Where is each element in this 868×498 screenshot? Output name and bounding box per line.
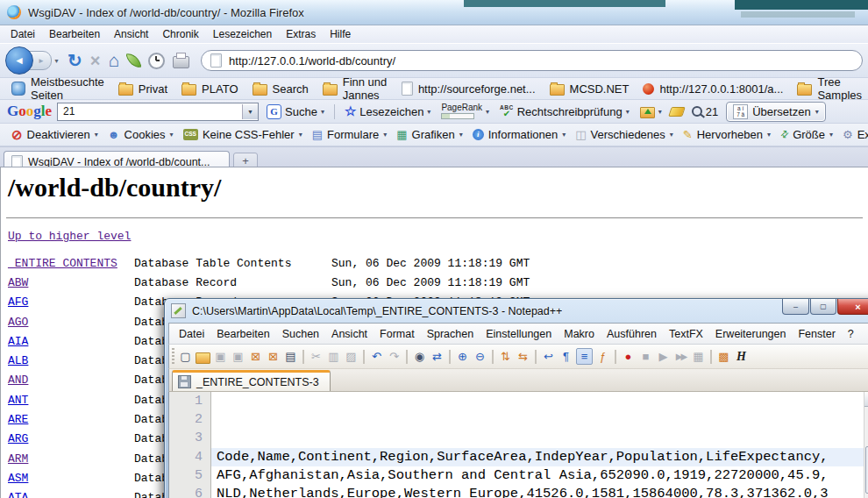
notepadpp-titlebar[interactable]: C:\Users\Martin\AppData\Local\Temp\_ENTI…	[168, 299, 868, 323]
save-icon[interactable]: ▣	[213, 349, 228, 364]
menu-item[interactable]: Einstellungen	[480, 328, 558, 340]
menu-item[interactable]: Ausführen	[601, 328, 663, 340]
google-bookmarks-button[interactable]: ☆ Lesezeichen ▾	[342, 103, 433, 119]
entry-link[interactable]: ARG	[8, 432, 28, 445]
entry-link[interactable]: AGO	[8, 316, 28, 329]
textfx-h-icon[interactable]: H	[734, 349, 749, 364]
editor-line[interactable]: AFG,Afghanistan,Asia,Southern and Centra…	[211, 466, 864, 485]
menu-item[interactable]: Makro	[558, 328, 601, 340]
save-all-icon[interactable]: ▣	[231, 349, 245, 364]
toolbar-separator[interactable]	[710, 350, 712, 364]
zoom-in-icon[interactable]: ⊕	[455, 349, 470, 364]
google-search-value[interactable]: 21	[63, 105, 242, 117]
send-to-button[interactable]: ▾	[637, 105, 665, 118]
entry-link[interactable]: ASM	[8, 472, 28, 485]
bookmark-item[interactable]: MCSD.NET	[544, 82, 636, 96]
menu-item[interactable]: Sprachen	[421, 328, 480, 340]
replace-icon[interactable]: ⇄	[430, 349, 445, 364]
webdev-menu-button[interactable]: ▦ Grafiken ▾	[392, 128, 466, 141]
cut-icon[interactable]: ✂	[309, 349, 324, 364]
url-text[interactable]: http://127.0.0.1/world-db/country/	[229, 54, 395, 68]
stop-button[interactable]: ×	[90, 51, 101, 71]
bookmark-item[interactable]: PLATO	[175, 82, 244, 96]
sync-vertical-scroll-icon[interactable]: ⇅	[498, 349, 513, 364]
toolbar-separator[interactable]	[406, 350, 408, 364]
undo-icon[interactable]: ↶	[369, 349, 384, 364]
google-search-button[interactable]: G Suche ▾	[264, 104, 327, 119]
toolbar-separator[interactable]	[615, 350, 616, 364]
word-wrap-icon[interactable]: ↩	[541, 349, 556, 364]
macro-stop-icon[interactable]: ■	[638, 349, 653, 364]
menu-item[interactable]: Lesezeichen	[206, 28, 279, 40]
webdev-menu-button[interactable]: ⊘ Deaktivieren ▾	[7, 128, 103, 141]
plugin-icon[interactable]: ▩	[716, 349, 731, 364]
entry-link[interactable]: ATA	[8, 491, 28, 498]
bookmark-item[interactable]: Meistbesuchte Seiten	[5, 75, 110, 102]
function-list-icon[interactable]: ƒ	[595, 349, 610, 364]
bookmark-item[interactable]: http://sourceforge.net...	[395, 82, 542, 96]
close-button[interactable]: ×	[837, 299, 868, 315]
toolbar-separator[interactable]	[492, 350, 494, 364]
entry-link[interactable]: _ENTIRE_CONTENTS	[8, 257, 117, 270]
redo-icon[interactable]: ↷	[387, 349, 402, 364]
menu-item[interactable]: Fenster	[792, 328, 841, 340]
menu-item[interactable]: Datei	[4, 28, 42, 40]
document-tab[interactable]: _ENTIRE_CONTENTS-3	[172, 370, 331, 391]
macro-run-multiple-icon[interactable]: ▶▶	[673, 349, 688, 364]
close-all-icon[interactable]: ⊠	[266, 349, 281, 364]
zoom-out-icon[interactable]: ⊖	[473, 349, 487, 364]
webdev-menu-button[interactable]: ☻ Cookies ▾	[103, 128, 178, 141]
bookmark-item[interactable]: http://127.0.0.1:8001/a...	[637, 82, 789, 96]
webdev-menu-button[interactable]: ◫ Verschiedenes ▾	[571, 128, 678, 141]
webdev-menu-button[interactable]: CSS Keine CSS-Fehler ▾	[179, 128, 307, 141]
menu-item[interactable]: Format	[374, 328, 421, 340]
macro-record-icon[interactable]: ●	[621, 349, 636, 364]
home-button[interactable]: ⌂	[108, 50, 119, 71]
menu-item[interactable]: Suchen	[276, 328, 325, 340]
editor-area[interactable]: 123456 Code,Name,Continent,Region,Surfac…	[168, 392, 868, 498]
menu-item[interactable]: Datei	[173, 328, 210, 340]
bookmark-item[interactable]: Privat	[112, 82, 174, 96]
history-clock-icon[interactable]	[148, 53, 165, 69]
menu-item[interactable]: Chronik	[155, 28, 205, 40]
entry-link[interactable]: ABW	[8, 276, 28, 289]
paste-icon[interactable]: ▨	[344, 349, 359, 364]
menu-item[interactable]: Extras	[279, 28, 323, 40]
spellcheck-button[interactable]: ABC ✔ Rechtschreibprüfung ▾	[497, 104, 632, 118]
show-all-characters-icon[interactable]: ¶	[559, 349, 573, 364]
entry-link[interactable]: ARM	[8, 452, 28, 466]
maximize-button[interactable]: ▢	[810, 299, 836, 315]
zoom-indicator[interactable]: 21	[689, 105, 721, 118]
pagerank-widget[interactable]: PageRank ▾	[438, 103, 492, 119]
webdev-menu-button[interactable]: ▤ Formulare ▾	[308, 128, 392, 141]
menu-item[interactable]: Ansicht	[325, 328, 374, 340]
webdev-menu-button[interactable]: ⇅ Größe ▾	[776, 128, 837, 141]
webdev-menu-button[interactable]: ⚙ Extras ▾	[838, 128, 868, 141]
translate-button[interactable]: a í 7 ä Übersetzen ▾	[726, 102, 826, 122]
macro-save-icon[interactable]: ▦	[691, 349, 706, 364]
find-icon[interactable]: ◉	[412, 349, 427, 364]
reload-button[interactable]: ↻	[68, 50, 82, 71]
scroll-up-button[interactable]: ▲	[864, 392, 868, 407]
minimize-button[interactable]: –	[782, 299, 809, 315]
entry-link[interactable]: ARE	[8, 413, 28, 426]
print-icon[interactable]: ▤	[283, 349, 298, 364]
macro-play-icon[interactable]: ▶	[656, 349, 671, 364]
open-file-icon[interactable]	[196, 352, 210, 364]
new-file-icon[interactable]: ▢	[178, 349, 193, 364]
history-dropdown-button[interactable]: ▼	[53, 58, 60, 64]
entry-link[interactable]: AIA	[8, 335, 28, 348]
toolbar-separator[interactable]	[302, 350, 304, 364]
back-button[interactable]: ◄	[5, 46, 33, 75]
bookmark-item[interactable]: Search	[246, 82, 315, 96]
menu-item[interactable]: ?	[842, 328, 860, 340]
google-search-input[interactable]: 21 ▼	[57, 103, 259, 121]
up-to-higher-level-link[interactable]: Up to higher level	[8, 230, 131, 243]
menu-item[interactable]: Bearbeiten	[210, 328, 275, 340]
editor-text[interactable]: Code,Name,Continent,Region,SurfaceArea,I…	[211, 392, 864, 498]
toolbar-separator[interactable]	[363, 350, 365, 364]
print-button[interactable]	[173, 56, 189, 68]
bookmark-item[interactable]: Tree Samples	[791, 75, 868, 102]
entry-link[interactable]: ALB	[8, 354, 28, 367]
webdev-menu-button[interactable]: i Informationen ▾	[468, 128, 571, 141]
